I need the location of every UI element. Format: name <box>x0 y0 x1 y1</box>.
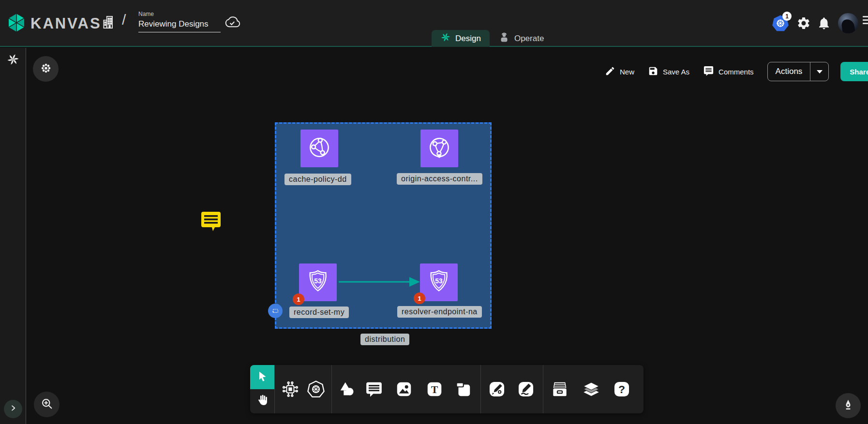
comment-tool[interactable] <box>363 379 385 400</box>
svg-text:?: ? <box>618 383 625 395</box>
canvas-comment-marker[interactable] <box>200 211 222 233</box>
node-label-origin-access[interactable]: origin-access-contr... <box>397 173 482 185</box>
kubernetes-context-button[interactable]: 1 <box>771 14 794 34</box>
app-root: KANVAS / Name <box>0 0 868 424</box>
left-sidebar <box>0 48 26 424</box>
cloudfront-origin-access-icon <box>426 134 453 163</box>
flower-icon <box>40 62 52 76</box>
select-tool[interactable] <box>250 365 274 389</box>
tab-operate-label: Operate <box>514 34 544 44</box>
share-label: Share <box>840 68 868 76</box>
design-spiral-icon <box>440 32 451 45</box>
actions-label: Actions <box>768 67 810 76</box>
organization-icon[interactable] <box>101 14 117 33</box>
text-tool[interactable]: T <box>424 379 445 400</box>
user-avatar[interactable] <box>838 13 858 33</box>
node-label-resolver-endpoint[interactable]: resolver-endpoint-na <box>397 306 482 318</box>
actions-dropdown-button[interactable]: Actions <box>767 62 829 81</box>
top-header: KANVAS / Name <box>0 0 868 47</box>
resolver-count-badge[interactable]: 1 <box>414 292 425 304</box>
cursor-arrow-icon <box>256 370 269 384</box>
node-cache-policy[interactable] <box>300 130 338 167</box>
node-record-set[interactable]: 53 <box>299 263 337 301</box>
route53-shield-icon: 53 <box>426 268 452 296</box>
pen-nib-icon <box>842 398 854 413</box>
toolbar-divider <box>274 365 275 413</box>
group-selection-badge[interactable] <box>268 304 283 318</box>
help-tool[interactable]: ? <box>611 379 632 400</box>
comments-label: Comments <box>718 68 754 76</box>
name-label: Name <box>138 11 221 17</box>
layers-tool[interactable] <box>581 379 602 400</box>
frame-tool[interactable] <box>452 379 474 400</box>
notifications-bell-icon[interactable] <box>817 16 831 32</box>
group-label-distribution[interactable]: distribution <box>360 334 409 345</box>
breadcrumb-separator: / <box>122 12 126 28</box>
cloudfront-cache-policy-icon <box>306 134 333 163</box>
sidebar-expand-button[interactable] <box>4 400 22 418</box>
operator-person-icon <box>498 31 510 45</box>
hand-icon <box>255 394 269 409</box>
comments-bubble-icon <box>703 65 714 78</box>
node-label-cache-policy[interactable]: cache-policy-dd <box>284 174 351 185</box>
record-set-count-badge[interactable]: 1 <box>293 293 304 305</box>
node-label-record-set[interactable]: record-set-my <box>289 307 349 318</box>
pen-tool[interactable] <box>486 379 508 400</box>
edge-record-to-resolver[interactable] <box>339 275 420 289</box>
cloud-saved-icon <box>222 15 241 32</box>
tab-design-label: Design <box>455 34 481 44</box>
kanvas-logo[interactable]: KANVAS <box>6 12 102 36</box>
toolbar-divider <box>480 365 481 413</box>
kanvas-hexagon-icon <box>6 12 27 36</box>
node-resolver-endpoint[interactable]: 53 <box>420 263 458 301</box>
design-name-input[interactable] <box>138 17 221 32</box>
mode-tabs: Design Operate <box>432 30 553 47</box>
save-as-button[interactable]: Save As <box>648 66 689 78</box>
k8s-context-count-badge: 1 <box>782 12 792 21</box>
new-label: New <box>620 68 634 76</box>
svg-text:53: 53 <box>314 277 322 285</box>
kubernetes-tool[interactable] <box>305 379 327 400</box>
shapes-tool[interactable] <box>336 379 358 400</box>
new-button[interactable]: New <box>605 66 634 78</box>
comments-button[interactable]: Comments <box>703 65 754 78</box>
pencil-tool[interactable] <box>515 379 537 400</box>
canvas-action-bar: New Save As Comments Actions <box>605 62 868 81</box>
zoom-in-button[interactable] <box>34 392 60 417</box>
pan-tool[interactable] <box>250 389 274 413</box>
node-origin-access-control[interactable] <box>420 130 458 167</box>
settings-gear-icon[interactable] <box>796 16 811 32</box>
logo-text: KANVAS <box>30 15 102 32</box>
save-floppy-icon <box>648 66 658 78</box>
toolbar-divider <box>331 365 332 413</box>
canvas-toolbar: T <box>250 365 644 413</box>
canvas-flower-button[interactable] <box>33 56 59 82</box>
toolbar-divider <box>543 365 543 413</box>
share-button[interactable]: Share <box>840 62 868 81</box>
pencil-icon <box>605 66 615 78</box>
image-tool[interactable] <box>393 379 415 400</box>
magnifier-plus-icon <box>40 397 54 412</box>
tab-operate[interactable]: Operate <box>490 30 553 47</box>
svg-text:T: T <box>431 384 438 395</box>
route53-shield-icon: 53 <box>305 268 331 296</box>
archive-tool[interactable] <box>549 379 570 400</box>
pen-fab-button[interactable] <box>836 393 861 418</box>
infrastructure-chip-tool[interactable] <box>280 379 301 400</box>
design-name-field: Name <box>138 11 221 32</box>
menu-hamburger-icon[interactable] <box>863 16 868 26</box>
svg-text:53: 53 <box>435 277 443 285</box>
caret-down-icon[interactable] <box>810 62 828 81</box>
save-as-label: Save As <box>663 68 689 76</box>
meshery-spiral-icon[interactable] <box>6 53 20 68</box>
tab-design[interactable]: Design <box>432 30 490 47</box>
chevron-right-icon <box>9 404 17 414</box>
